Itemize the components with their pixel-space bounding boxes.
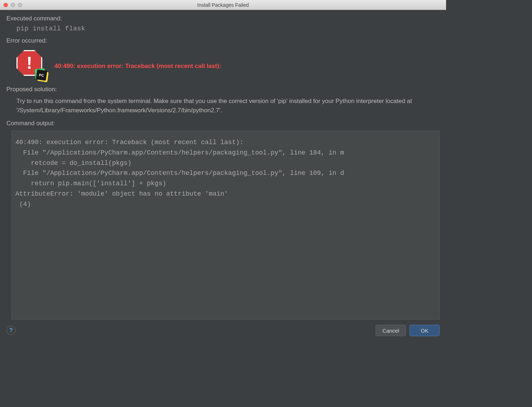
close-window-button[interactable] <box>4 3 8 7</box>
pycharm-badge-text: PC <box>39 73 44 78</box>
help-button[interactable]: ? <box>6 326 16 335</box>
error-message-text: 40:490: execution error: Traceback (most… <box>54 63 221 70</box>
dialog-footer: ? Cancel OK <box>0 320 446 341</box>
ok-button[interactable]: OK <box>410 325 440 336</box>
titlebar: Install Packages Failed <box>0 0 446 10</box>
window-title: Install Packages Failed <box>0 2 446 8</box>
executed-command-text: pip install flask <box>6 24 440 37</box>
command-output-label: Command output: <box>6 120 440 127</box>
exclamation-icon: ! <box>26 54 32 72</box>
error-occurred-label: Error occurred: <box>6 37 440 44</box>
command-output-text[interactable]: 40:490: execution error: Traceback (most… <box>11 131 440 320</box>
pycharm-badge-icon: PC <box>33 67 49 82</box>
dialog-content: Executed command: pip install flask Erro… <box>0 10 446 320</box>
window-controls <box>0 3 22 7</box>
proposed-solution-text: Try to run this command from the system … <box>6 95 440 120</box>
cancel-button[interactable]: Cancel <box>376 325 406 336</box>
maximize-window-button[interactable] <box>18 3 22 7</box>
error-row: ! PC 40:490: execution error: Traceback … <box>6 46 440 86</box>
minimize-window-button[interactable] <box>11 3 15 7</box>
proposed-solution-label: Proposed solution: <box>6 86 440 93</box>
error-icon: ! PC <box>16 50 49 82</box>
executed-command-label: Executed command: <box>6 15 440 22</box>
